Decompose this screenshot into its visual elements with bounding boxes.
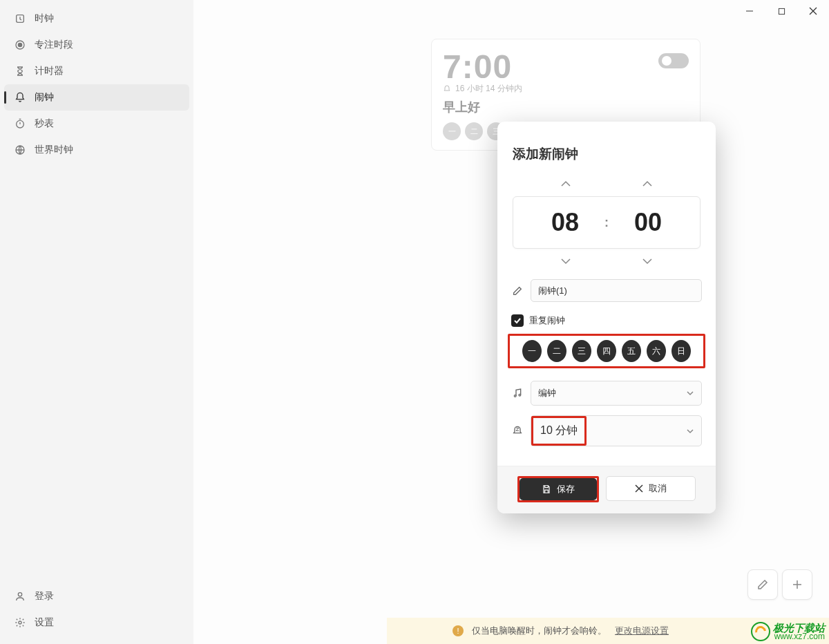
hourglass-icon — [14, 65, 26, 77]
user-icon — [14, 590, 26, 603]
alarm-name-input[interactable] — [531, 279, 702, 302]
save-highlight: 保存 — [517, 476, 599, 502]
add-fab[interactable] — [782, 569, 812, 600]
day-button-sun[interactable]: 日 — [671, 340, 691, 362]
sidebar-item-label: 闹钟 — [35, 91, 54, 104]
svg-point-5 — [18, 593, 21, 596]
svg-point-2 — [18, 43, 21, 46]
sidebar: 时钟 专注时段 计时器 闹钟 — [0, 0, 193, 644]
sidebar-item-worldclock[interactable]: 世界时钟 — [0, 137, 193, 163]
app-window: 时钟 专注时段 计时器 闹钟 — [0, 0, 829, 644]
repeat-checkbox[interactable] — [511, 314, 524, 327]
cancel-button[interactable]: 取消 — [606, 476, 696, 501]
time-box: 08 : 00 — [513, 196, 701, 249]
alarm-countdown: 16 小时 14 分钟内 — [443, 83, 689, 95]
save-icon — [542, 484, 551, 494]
sidebar-item-label: 时钟 — [35, 12, 54, 25]
chevron-down-icon — [686, 428, 694, 434]
day-button-sat[interactable]: 六 — [647, 340, 666, 362]
alarm-time: 7:00 — [443, 48, 512, 86]
minute-value[interactable]: 00 — [617, 208, 679, 237]
minimize-button[interactable] — [734, 0, 765, 22]
svg-rect-8 — [779, 8, 784, 14]
gear-icon — [14, 616, 26, 629]
sidebar-item-label: 专注时段 — [35, 39, 73, 51]
stopwatch-icon — [14, 117, 26, 130]
power-settings-link[interactable]: 更改电源设置 — [615, 625, 669, 637]
watermark-logo-icon — [751, 622, 770, 641]
sidebar-item-label: 登录 — [35, 590, 54, 603]
clock-icon — [14, 12, 26, 25]
main-area: 7:00 16 小时 14 分钟内 早上好 一 二 三 四 五 添加新闹钟 — [193, 0, 829, 644]
window-controls — [734, 0, 829, 22]
day-button-fri[interactable]: 五 — [622, 340, 641, 362]
edit-icon — [511, 285, 524, 297]
sidebar-item-label: 设置 — [35, 616, 54, 629]
bell-small-icon — [443, 85, 451, 93]
sound-select[interactable]: 编钟 — [531, 381, 702, 406]
day-button-tue[interactable]: 二 — [547, 340, 566, 362]
sidebar-item-label: 秒表 — [35, 117, 54, 130]
minute-up-button[interactable] — [636, 177, 658, 191]
day-button-wed[interactable]: 三 — [572, 340, 591, 362]
edit-fab[interactable] — [747, 569, 778, 600]
day-pill: 二 — [465, 122, 483, 140]
sidebar-item-label: 世界时钟 — [35, 144, 73, 156]
snooze-highlight: 10 分钟 — [531, 416, 587, 446]
sidebar-item-alarm[interactable]: 闹钟 — [4, 84, 189, 111]
focus-icon — [14, 39, 26, 51]
dialog-title: 添加新闹钟 — [497, 134, 716, 170]
bell-icon — [14, 91, 26, 104]
add-alarm-dialog: 添加新闹钟 08 : 00 — [497, 122, 716, 513]
watermark: 极光下载站 www.xz7.com — [751, 622, 825, 641]
notice-text: 仅当电脑唤醒时，闹钟才会响铃。 — [472, 625, 607, 637]
maximize-button[interactable] — [765, 0, 797, 22]
sidebar-item-timer[interactable]: 计时器 — [0, 58, 193, 84]
sound-value: 编钟 — [538, 387, 556, 399]
fab-row — [747, 569, 812, 600]
svg-point-6 — [19, 621, 21, 624]
close-button[interactable] — [797, 0, 829, 22]
sidebar-bottom: 登录 设置 — [0, 583, 193, 644]
hour-down-button[interactable] — [555, 254, 577, 268]
hour-value[interactable]: 08 — [534, 208, 596, 237]
alarm-label: 早上好 — [443, 99, 689, 115]
sidebar-item-settings[interactable]: 设置 — [0, 609, 193, 636]
sidebar-list: 时钟 专注时段 计时器 闹钟 — [0, 6, 193, 583]
sidebar-item-clock[interactable]: 时钟 — [0, 6, 193, 32]
watermark-url: www.xz7.com — [773, 632, 825, 641]
repeat-checkbox-row[interactable]: 重复闹钟 — [497, 302, 716, 332]
time-picker: 08 : 00 — [497, 170, 716, 271]
minute-down-button[interactable] — [636, 254, 658, 268]
close-icon — [635, 484, 643, 493]
sidebar-item-label: 计时器 — [35, 65, 64, 77]
chevron-down-icon — [686, 390, 694, 396]
music-icon — [511, 387, 524, 399]
snooze-icon — [511, 425, 524, 437]
svg-point-12 — [519, 394, 521, 396]
svg-point-11 — [514, 395, 516, 397]
alarm-toggle[interactable] — [658, 53, 689, 68]
time-separator: : — [604, 216, 609, 230]
sidebar-item-login[interactable]: 登录 — [0, 583, 193, 609]
info-icon: ! — [452, 625, 464, 636]
hour-up-button[interactable] — [555, 177, 577, 191]
snooze-select[interactable]: 10 分钟 — [531, 415, 702, 446]
day-button-mon[interactable]: 一 — [522, 340, 542, 362]
repeat-label: 重复闹钟 — [529, 314, 565, 327]
days-row-highlight: 一 二 三 四 五 六 日 — [508, 334, 705, 368]
sidebar-item-stopwatch[interactable]: 秒表 — [0, 111, 193, 137]
day-pill: 一 — [443, 122, 461, 140]
day-button-thu[interactable]: 四 — [597, 340, 616, 362]
dialog-footer: 保存 取消 — [497, 466, 716, 513]
save-button[interactable]: 保存 — [520, 478, 597, 500]
sidebar-item-focus[interactable]: 专注时段 — [0, 32, 193, 58]
globe-icon — [14, 144, 26, 156]
snooze-value: 10 分钟 — [533, 418, 584, 444]
